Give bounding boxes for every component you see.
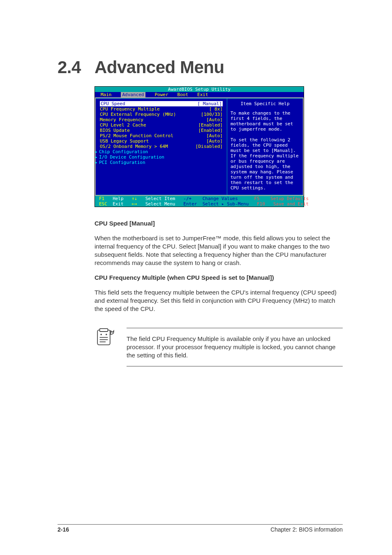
setting-row[interactable]: Memory Frequency[Auto] — [100, 117, 223, 122]
setting-value: [ Manual] — [196, 101, 223, 106]
setting-row[interactable]: USB Legacy Support[Auto] — [100, 138, 223, 144]
bios-tabs: Main Advanced Power Boot Exit — [95, 92, 304, 97]
submenu-item[interactable]: ▸Chip Configuration — [100, 149, 223, 154]
submenu-label: Chip Configuration — [99, 149, 148, 154]
para1-body: When the motherboard is set to JumperFre… — [95, 234, 343, 267]
help-title: Item Specific Help — [231, 101, 300, 106]
page-number: 2-16 — [58, 526, 69, 533]
setting-value: [Auto] — [206, 133, 223, 138]
setting-row[interactable]: CPU Frequency Multiple[ 8x] — [100, 106, 223, 112]
key-select-menu: Select Menu — [145, 201, 175, 207]
key-save-exit: Save and Exit — [273, 201, 309, 207]
key-f1: F1 — [99, 196, 104, 201]
bios-header: AwardBIOS Setup Utility — [95, 87, 304, 92]
section-title: 2.4Advanced Menu — [58, 58, 343, 77]
setting-row[interactable]: BIOS Update[Enabled] — [100, 128, 223, 133]
setting-value: [Enabled] — [198, 122, 223, 128]
note-text: The field CPU Frequency Multiple is avai… — [127, 328, 343, 366]
key-plusminus: -/+ — [183, 196, 191, 201]
key-arrows-lr: ←→ — [132, 201, 137, 207]
setting-label: PS/2 Mouse Function Control — [100, 133, 206, 138]
key-arrows-ud: ↑↓ — [132, 196, 137, 201]
setting-value: [ 8x] — [209, 106, 223, 112]
setting-row[interactable]: CPU Level 2 Cache[Enabled] — [100, 122, 223, 128]
key-setup-defaults: Setup Defaults — [270, 196, 309, 201]
bios-settings-panel: CPU Speed[ Manual] CPU Frequency Multipl… — [96, 98, 227, 195]
setting-row[interactable]: CPU Speed[ Manual] — [100, 101, 223, 106]
tab-exit[interactable]: Exit — [197, 92, 208, 97]
key-select-item: Select Item — [145, 196, 175, 201]
note-icon — [95, 328, 117, 350]
bios-screenshot: AwardBIOS Setup Utility Main Advanced Po… — [95, 86, 304, 207]
setting-label: OS/2 Onboard Memory > 64M — [100, 144, 196, 149]
setting-value: [Disabled] — [196, 144, 223, 149]
svg-rect-1 — [100, 329, 108, 332]
bios-footer: F1 Help ↑↓ Select Item -/+ Change Values… — [95, 196, 304, 207]
key-help: Help — [113, 196, 124, 201]
tab-main[interactable]: Main — [101, 92, 112, 97]
setting-row[interactable]: CPU External Frequency (MHz)[100/33] — [100, 112, 223, 117]
setting-value: [Auto] — [206, 117, 223, 122]
key-esc: ESC — [99, 201, 107, 207]
submenu-label: PCI Configuration — [99, 160, 145, 165]
key-select-sub: Select ▸ Sub-Menu — [203, 201, 249, 207]
svg-point-2 — [100, 334, 102, 335]
key-change-values: Change Values — [203, 196, 238, 201]
setting-label: Memory Frequency — [100, 117, 206, 122]
body-text: CPU Speed [Manual] When the motherboard … — [95, 219, 343, 366]
tab-boot[interactable]: Boot — [178, 92, 189, 97]
section-heading: Advanced Menu — [95, 58, 224, 77]
para2-body: This field sets the frequency multiple b… — [95, 288, 343, 313]
setting-value: [Auto] — [206, 138, 223, 144]
chapter-label: Chapter 2: BIOS information — [270, 526, 343, 533]
section-number: 2.4 — [58, 58, 95, 77]
setting-label: BIOS Update — [100, 128, 198, 133]
submenu-item[interactable]: ▸I/O Device Configuration — [100, 154, 223, 160]
setting-label: CPU Speed — [100, 101, 196, 106]
page-footer: 2-16 Chapter 2: BIOS information — [58, 524, 343, 533]
key-f5: F5 — [254, 196, 260, 201]
setting-value: [100/33] — [201, 112, 223, 117]
setting-row[interactable]: OS/2 Onboard Memory > 64M[Disabled] — [100, 144, 223, 149]
key-enter: Enter — [183, 201, 197, 207]
para2-title: CPU Frequency Multiple (when CPU Speed i… — [95, 274, 274, 281]
submenu-marker-icon: ▸ — [95, 160, 99, 165]
tab-advanced[interactable]: Advanced — [121, 92, 146, 97]
key-f10: F10 — [257, 201, 265, 207]
para1-title: CPU Speed [Manual] — [95, 220, 155, 227]
bios-help-panel: Item Specific Help To make changes to th… — [227, 98, 303, 195]
submenu-marker-icon: ▸ — [95, 149, 99, 154]
setting-label: CPU Frequency Multiple — [100, 106, 209, 112]
help-body: To make changes to the first 4 fields, t… — [231, 111, 300, 191]
submenu-item[interactable]: ▸PCI Configuration — [100, 160, 223, 165]
svg-point-3 — [106, 334, 107, 335]
setting-label: CPU External Frequency (MHz) — [100, 112, 201, 117]
key-exit: Exit — [113, 201, 124, 207]
setting-label: USB Legacy Support — [100, 138, 206, 144]
tab-power[interactable]: Power — [154, 92, 168, 97]
submenu-label: I/O Device Configuration — [99, 154, 164, 160]
submenu-marker-icon: ▸ — [95, 154, 99, 160]
setting-row[interactable]: PS/2 Mouse Function Control[Auto] — [100, 133, 223, 138]
note-block: The field CPU Frequency Multiple is avai… — [95, 328, 343, 366]
setting-value: [Enabled] — [198, 128, 223, 133]
setting-label: CPU Level 2 Cache — [100, 122, 198, 128]
